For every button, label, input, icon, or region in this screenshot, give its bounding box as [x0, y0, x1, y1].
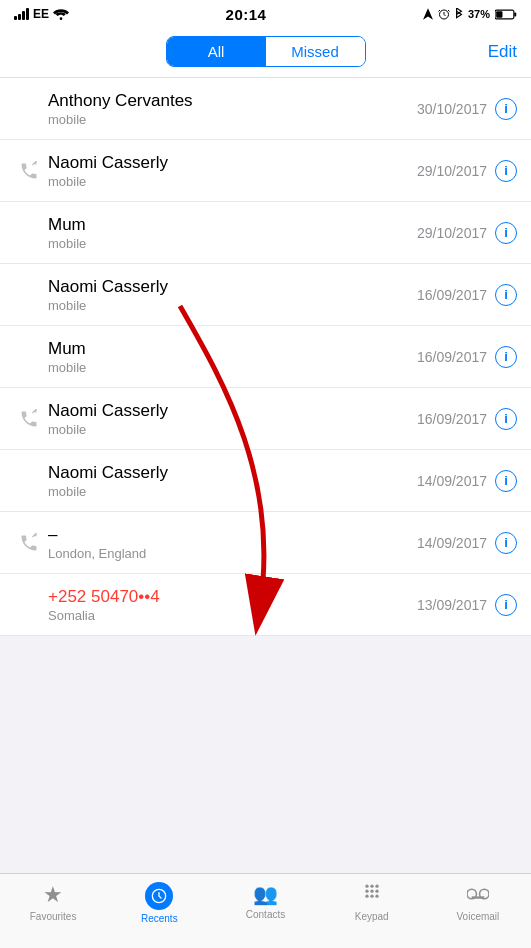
info-button[interactable]: i	[495, 98, 517, 120]
call-date: 14/09/2017	[417, 535, 487, 551]
call-item[interactable]: Naomi Casserlymobile29/10/2017i	[0, 140, 531, 202]
contacts-label: Contacts	[246, 909, 285, 920]
call-list-container: Anthony Cervantesmobile30/10/2017i Naomi…	[0, 78, 531, 636]
call-name: Naomi Casserly	[48, 462, 417, 484]
tab-contacts[interactable]: 👥 Contacts	[212, 882, 318, 920]
status-bar: EE 20:14 37%	[0, 0, 531, 28]
call-item-info: Naomi Casserlymobile	[44, 462, 417, 499]
call-item-info: Naomi Casserlymobile	[44, 276, 417, 313]
favourites-icon: ★	[43, 882, 63, 908]
call-item[interactable]: +252 50470••4Somalia13/09/2017i	[0, 574, 531, 636]
call-name: +252 50470••4	[48, 586, 417, 608]
call-date: 14/09/2017	[417, 473, 487, 489]
svg-point-18	[375, 895, 378, 898]
status-time: 20:14	[226, 6, 267, 23]
call-name: Mum	[48, 214, 417, 236]
call-date: 16/09/2017	[417, 287, 487, 303]
svg-point-10	[365, 885, 368, 888]
call-type: mobile	[48, 484, 417, 499]
voicemail-label: Voicemail	[457, 911, 500, 922]
call-item[interactable]: Anthony Cervantesmobile30/10/2017i	[0, 78, 531, 140]
svg-point-0	[60, 17, 63, 20]
svg-rect-3	[514, 12, 516, 16]
svg-point-12	[375, 885, 378, 888]
nav-header: All Missed Edit	[0, 28, 531, 78]
call-item[interactable]: –London, England14/09/2017i	[0, 512, 531, 574]
location-icon	[423, 8, 433, 20]
call-item[interactable]: Mummobile29/10/2017i	[0, 202, 531, 264]
recents-icon	[145, 882, 173, 910]
call-type: Somalia	[48, 608, 417, 623]
call-type: mobile	[48, 112, 417, 127]
call-list: Anthony Cervantesmobile30/10/2017i Naomi…	[0, 78, 531, 711]
recents-label: Recents	[141, 913, 178, 924]
call-type: mobile	[48, 422, 417, 437]
info-button[interactable]: i	[495, 284, 517, 306]
call-item-left-icon	[14, 409, 44, 429]
all-tab[interactable]: All	[167, 37, 266, 66]
keypad-label: Keypad	[355, 911, 389, 922]
info-button[interactable]: i	[495, 532, 517, 554]
call-item-info: Mummobile	[44, 214, 417, 251]
call-date: 29/10/2017	[417, 225, 487, 241]
call-date: 29/10/2017	[417, 163, 487, 179]
call-item-info: –London, England	[44, 524, 417, 561]
info-button[interactable]: i	[495, 594, 517, 616]
call-item-info: Anthony Cervantesmobile	[44, 90, 417, 127]
battery-text: 37%	[468, 8, 490, 20]
tab-favourites[interactable]: ★ Favourites	[0, 882, 106, 922]
call-item-info: Naomi Casserlymobile	[44, 152, 417, 189]
svg-point-17	[370, 895, 373, 898]
missed-call-icon	[19, 161, 39, 181]
call-item-left-icon	[14, 533, 44, 553]
favourites-label: Favourites	[30, 911, 77, 922]
svg-point-13	[365, 890, 368, 893]
edit-button[interactable]: Edit	[488, 42, 517, 62]
missed-call-icon	[19, 533, 39, 553]
call-type: mobile	[48, 174, 417, 189]
svg-rect-4	[496, 11, 502, 17]
segmented-control[interactable]: All Missed	[166, 36, 366, 67]
call-name: Naomi Casserly	[48, 400, 417, 422]
call-item[interactable]: Mummobile16/09/2017i	[0, 326, 531, 388]
missed-call-icon	[19, 409, 39, 429]
status-left: EE	[14, 7, 69, 21]
call-type: mobile	[48, 236, 417, 251]
signal-icon	[14, 8, 29, 20]
info-button[interactable]: i	[495, 408, 517, 430]
tab-recents[interactable]: Recents	[106, 882, 212, 924]
call-name: Naomi Casserly	[48, 152, 417, 174]
svg-point-14	[370, 890, 373, 893]
call-date: 16/09/2017	[417, 349, 487, 365]
info-button[interactable]: i	[495, 160, 517, 182]
wifi-icon	[53, 8, 69, 20]
call-item-left-icon	[14, 161, 44, 181]
tab-keypad[interactable]: Keypad	[319, 882, 425, 922]
call-item-info: +252 50470••4Somalia	[44, 586, 417, 623]
call-item[interactable]: Naomi Casserlymobile16/09/2017i	[0, 264, 531, 326]
alarm-icon	[438, 8, 450, 20]
call-name: Naomi Casserly	[48, 276, 417, 298]
call-type: mobile	[48, 360, 417, 375]
call-item-info: Naomi Casserlymobile	[44, 400, 417, 437]
call-name: –	[48, 524, 417, 546]
info-button[interactable]: i	[495, 470, 517, 492]
call-name: Anthony Cervantes	[48, 90, 417, 112]
voicemail-icon	[467, 882, 489, 908]
call-item[interactable]: Naomi Casserlymobile16/09/2017i	[0, 388, 531, 450]
call-item-info: Mummobile	[44, 338, 417, 375]
call-date: 16/09/2017	[417, 411, 487, 427]
carrier-label: EE	[33, 7, 49, 21]
call-type: London, England	[48, 546, 417, 561]
missed-tab[interactable]: Missed	[266, 37, 365, 66]
call-date: 30/10/2017	[417, 101, 487, 117]
svg-point-15	[375, 890, 378, 893]
call-name: Mum	[48, 338, 417, 360]
tab-voicemail[interactable]: Voicemail	[425, 882, 531, 922]
call-date: 13/09/2017	[417, 597, 487, 613]
call-item[interactable]: Naomi Casserlymobile14/09/2017i	[0, 450, 531, 512]
info-button[interactable]: i	[495, 346, 517, 368]
svg-point-11	[370, 885, 373, 888]
bluetooth-icon	[455, 8, 463, 21]
info-button[interactable]: i	[495, 222, 517, 244]
